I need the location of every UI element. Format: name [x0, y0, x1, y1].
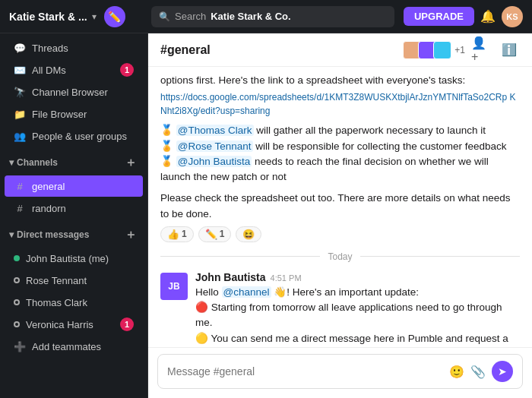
search-context: Katie Stark & Co.: [211, 11, 290, 22]
info-button[interactable]: ℹ️: [499, 39, 520, 61]
sidebar-item-file-browser[interactable]: 📁 File Browser: [5, 103, 143, 125]
emoji-picker-icon[interactable]: 🙂: [449, 365, 464, 379]
attachment-icon[interactable]: 📎: [470, 365, 486, 379]
john-message-body: John Bautista 4:51 PM Hello @channel 👋! …: [195, 271, 520, 347]
channels-list: # general # randorn: [0, 172, 147, 223]
messages-area: options first. Here's the link to a spre…: [148, 67, 532, 347]
add-teammates-icon: ➕: [14, 341, 26, 352]
sidebar-dm-thomas[interactable]: Thomas Clark: [5, 292, 143, 313]
john-message-time: 4:51 PM: [271, 273, 302, 283]
sidebar-dm-john[interactable]: John Bautista (me): [5, 248, 143, 269]
workspace-name[interactable]: Katie Stark & ...: [9, 11, 87, 23]
dms-chevron-icon: ▾: [9, 229, 14, 240]
online-status-icon: [14, 255, 20, 261]
dms-header-label: Direct messages: [17, 229, 89, 240]
channel-random-label: randorn: [32, 203, 134, 214]
john-line-3: 🟡 You can send me a direct message here …: [195, 331, 520, 348]
sidebar-add-teammates[interactable]: ➕ Add teammates: [5, 336, 143, 357]
channels-section-header: ▾ Channels ＋: [0, 150, 147, 172]
sidebar-alldms-label: All DMs: [32, 65, 114, 76]
reaction-pencil[interactable]: ✏️ 1: [198, 226, 232, 242]
john-line-1: Hello @channel 👋! Here's an important up…: [195, 285, 520, 300]
channel-title: #general: [160, 43, 403, 57]
add-dm-button[interactable]: ＋: [123, 227, 138, 242]
assignment-row-1: 🏅 @Thomas Clark will gather all the pape…: [160, 123, 520, 138]
upgrade-button[interactable]: UPGRADE: [404, 7, 474, 26]
reaction-thumbsup[interactable]: 👍 1: [160, 226, 194, 242]
offline-status-icon-2: [14, 299, 20, 305]
earlier-message-text: options first. Here's the link to a spre…: [160, 73, 520, 88]
sidebar-dm-veronica[interactable]: Veronica Harris 1: [5, 314, 143, 335]
member-avatar-3: [433, 41, 451, 59]
dms-icon: ✉️: [14, 65, 26, 76]
channel-header: #general +1 👤+ ℹ️: [148, 33, 532, 67]
content-area: #general +1 👤+ ℹ️ options first. Here's …: [148, 33, 532, 398]
sidebar-threads-label: Threads: [32, 43, 134, 54]
bell-icon[interactable]: 🔔: [480, 9, 496, 24]
assignments-list: 🏅 @Thomas Clark will gather all the pape…: [160, 123, 520, 185]
message-input[interactable]: [167, 365, 443, 377]
sidebar-item-people[interactable]: 👥 People & user groups: [5, 125, 143, 147]
sidebar-filebrowser-label: File Browser: [32, 109, 134, 120]
mention-thomas: @Thomas Clark: [176, 125, 254, 136]
dm-rose-label: Rose Tennant: [26, 275, 134, 286]
member-avatars[interactable]: +1: [403, 41, 465, 59]
pencil-count: 1: [220, 229, 225, 239]
edit-button[interactable]: ✏️: [104, 6, 125, 27]
sidebar-dm-rose[interactable]: Rose Tennant: [5, 270, 143, 291]
mention-john: @John Bautista: [176, 156, 252, 167]
dm-thomas-label: Thomas Clark: [26, 297, 134, 308]
veronica-badge: 1: [120, 317, 134, 331]
offline-status-icon: [14, 277, 20, 283]
send-button[interactable]: ➤: [492, 361, 513, 382]
channels-chevron-icon: ▾: [9, 157, 14, 168]
add-teammates-label: Add teammates: [32, 341, 134, 352]
sidebar-top-section: 💬 Threads ✉️ All DMs 1 🔭 Channel Browser…: [0, 33, 147, 150]
user-avatar[interactable]: KS: [502, 6, 523, 27]
member-count: +1: [454, 45, 465, 55]
thumbsup-emoji: 👍: [167, 229, 179, 240]
sidebar-item-channel-browser[interactable]: 🔭 Channel Browser: [5, 81, 143, 103]
channel-browser-icon: 🔭: [14, 87, 26, 98]
add-channel-button[interactable]: ＋: [123, 155, 138, 170]
channel-mention: @channel: [222, 286, 271, 298]
dms-list: John Bautista (me) Rose Tennant Thomas C…: [0, 244, 147, 361]
search-icon: 🔍: [159, 11, 170, 22]
assignment-row-3: 🏅 @John Bautista needs to reach the fina…: [160, 154, 520, 185]
channels-toggle[interactable]: ▾ Channels: [9, 157, 58, 168]
john-message-row: JB John Bautista 4:51 PM Hello @channel …: [160, 271, 520, 347]
all-dms-badge: 1: [120, 63, 134, 77]
header-left: Katie Stark & ... ▾ ✏️: [9, 6, 142, 27]
divider-line-left: [160, 256, 320, 257]
file-browser-icon: 📁: [14, 109, 26, 120]
header-right: UPGRADE 🔔 KS: [404, 6, 523, 27]
sidebar: 💬 Threads ✉️ All DMs 1 🔭 Channel Browser…: [0, 33, 148, 398]
offline-status-icon-3: [14, 321, 20, 327]
reaction-laugh[interactable]: 😆: [236, 226, 261, 242]
reactions-row: 👍 1 ✏️ 1 😆: [160, 226, 520, 242]
john-avatar: JB: [160, 273, 188, 300]
sidebar-item-all-dms[interactable]: ✉️ All DMs 1: [5, 59, 143, 81]
add-member-button[interactable]: 👤+: [471, 39, 492, 61]
sidebar-item-threads[interactable]: 💬 Threads: [5, 37, 143, 58]
john-line-2: 🔴 Starting from tomorrow all leave appli…: [195, 300, 520, 331]
hash-icon-2: #: [14, 203, 26, 214]
sidebar-channel-random[interactable]: # randorn: [5, 197, 143, 219]
john-author-row: John Bautista 4:51 PM: [195, 271, 520, 283]
spreadsheet-link-container: https://docs.google.com/spreadsheets/d/1…: [160, 90, 520, 117]
dm-veronica-label: Veronica Harris: [26, 319, 114, 330]
header: Katie Stark & ... ▾ ✏️ 🔍 Search Katie St…: [0, 0, 532, 33]
today-divider: Today: [160, 251, 520, 262]
search-placeholder: Search: [175, 11, 206, 22]
input-area: 🙂 📎 ➤: [148, 347, 532, 398]
dm-john-label: John Bautista (me): [26, 253, 134, 264]
sidebar-channel-general[interactable]: # general: [5, 175, 143, 197]
pencil-emoji: ✏️: [205, 229, 217, 240]
hash-icon: #: [14, 181, 26, 192]
thumbsup-count: 1: [182, 229, 187, 239]
divider-label: Today: [320, 251, 359, 262]
search-bar[interactable]: 🔍 Search Katie Stark & Co.: [151, 6, 394, 27]
spreadsheet-link[interactable]: https://docs.google.com/spreadsheets/d/1…: [160, 92, 516, 116]
dms-toggle[interactable]: ▾ Direct messages: [9, 229, 89, 240]
check-spreadsheet-text: Please check the spreadsheet out too. Th…: [160, 191, 520, 222]
